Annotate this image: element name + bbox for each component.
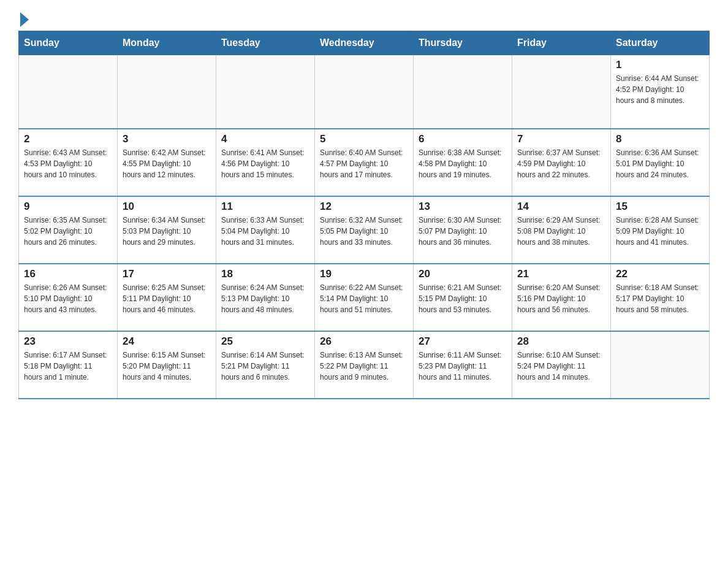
day-info: Sunrise: 6:10 AM Sunset: 5:24 PM Dayligh… xyxy=(517,350,605,383)
calendar-cell: 25Sunrise: 6:14 AM Sunset: 5:21 PM Dayli… xyxy=(216,331,315,399)
day-number: 16 xyxy=(24,268,112,280)
weekday-header-saturday: Saturday xyxy=(611,31,710,55)
calendar-cell: 24Sunrise: 6:15 AM Sunset: 5:20 PM Dayli… xyxy=(118,331,216,399)
day-info: Sunrise: 6:15 AM Sunset: 5:20 PM Dayligh… xyxy=(123,350,211,383)
calendar-cell: 11Sunrise: 6:33 AM Sunset: 5:04 PM Dayli… xyxy=(216,196,315,264)
day-number: 7 xyxy=(517,133,605,145)
day-number: 17 xyxy=(123,268,211,280)
day-number: 15 xyxy=(616,201,704,213)
calendar-cell: 5Sunrise: 6:40 AM Sunset: 4:57 PM Daylig… xyxy=(315,129,414,196)
day-number: 4 xyxy=(221,133,309,145)
page-header xyxy=(18,12,710,25)
calendar-cell: 26Sunrise: 6:13 AM Sunset: 5:22 PM Dayli… xyxy=(315,331,414,399)
day-info: Sunrise: 6:25 AM Sunset: 5:11 PM Dayligh… xyxy=(123,282,211,315)
calendar-cell xyxy=(19,55,118,129)
day-info: Sunrise: 6:21 AM Sunset: 5:15 PM Dayligh… xyxy=(419,282,507,315)
day-number: 27 xyxy=(419,335,507,348)
day-number: 18 xyxy=(221,268,309,280)
logo-arrow-icon xyxy=(20,12,29,27)
day-info: Sunrise: 6:35 AM Sunset: 5:02 PM Dayligh… xyxy=(24,215,112,248)
day-info: Sunrise: 6:11 AM Sunset: 5:23 PM Dayligh… xyxy=(419,350,507,383)
day-info: Sunrise: 6:26 AM Sunset: 5:10 PM Dayligh… xyxy=(24,282,112,315)
day-number: 10 xyxy=(123,201,211,213)
calendar-cell: 12Sunrise: 6:32 AM Sunset: 5:05 PM Dayli… xyxy=(315,196,414,264)
calendar-cell: 18Sunrise: 6:24 AM Sunset: 5:13 PM Dayli… xyxy=(216,264,315,331)
calendar-cell: 17Sunrise: 6:25 AM Sunset: 5:11 PM Dayli… xyxy=(118,264,216,331)
weekday-header-friday: Friday xyxy=(512,31,611,55)
weekday-header-thursday: Thursday xyxy=(414,31,512,55)
day-number: 6 xyxy=(419,133,507,145)
day-info: Sunrise: 6:42 AM Sunset: 4:55 PM Dayligh… xyxy=(123,147,211,180)
day-number: 11 xyxy=(221,201,309,213)
calendar-cell: 20Sunrise: 6:21 AM Sunset: 5:15 PM Dayli… xyxy=(414,264,512,331)
calendar-cell: 9Sunrise: 6:35 AM Sunset: 5:02 PM Daylig… xyxy=(19,196,118,264)
calendar-cell: 14Sunrise: 6:29 AM Sunset: 5:08 PM Dayli… xyxy=(512,196,611,264)
day-info: Sunrise: 6:37 AM Sunset: 4:59 PM Dayligh… xyxy=(517,147,605,180)
day-number: 20 xyxy=(419,268,507,280)
calendar-cell: 27Sunrise: 6:11 AM Sunset: 5:23 PM Dayli… xyxy=(414,331,512,399)
day-number: 24 xyxy=(123,335,211,348)
day-number: 19 xyxy=(320,268,408,280)
day-info: Sunrise: 6:30 AM Sunset: 5:07 PM Dayligh… xyxy=(419,215,507,248)
weekday-header-tuesday: Tuesday xyxy=(216,31,315,55)
weekday-header-sunday: Sunday xyxy=(19,31,118,55)
weekday-header-row: SundayMondayTuesdayWednesdayThursdayFrid… xyxy=(19,31,710,55)
day-info: Sunrise: 6:41 AM Sunset: 4:56 PM Dayligh… xyxy=(221,147,309,180)
calendar-cell: 19Sunrise: 6:22 AM Sunset: 5:14 PM Dayli… xyxy=(315,264,414,331)
calendar-cell xyxy=(512,55,611,129)
day-info: Sunrise: 6:13 AM Sunset: 5:22 PM Dayligh… xyxy=(320,350,408,383)
day-number: 3 xyxy=(123,133,211,145)
calendar-cell: 21Sunrise: 6:20 AM Sunset: 5:16 PM Dayli… xyxy=(512,264,611,331)
calendar-cell xyxy=(611,331,710,399)
day-number: 23 xyxy=(24,335,112,348)
day-info: Sunrise: 6:33 AM Sunset: 5:04 PM Dayligh… xyxy=(221,215,309,248)
day-info: Sunrise: 6:28 AM Sunset: 5:09 PM Dayligh… xyxy=(616,215,704,248)
day-number: 12 xyxy=(320,201,408,213)
day-number: 8 xyxy=(616,133,704,145)
calendar-week-row: 9Sunrise: 6:35 AM Sunset: 5:02 PM Daylig… xyxy=(19,196,710,264)
day-info: Sunrise: 6:22 AM Sunset: 5:14 PM Dayligh… xyxy=(320,282,408,315)
calendar-cell xyxy=(118,55,216,129)
calendar-cell: 15Sunrise: 6:28 AM Sunset: 5:09 PM Dayli… xyxy=(611,196,710,264)
calendar-cell: 23Sunrise: 6:17 AM Sunset: 5:18 PM Dayli… xyxy=(19,331,118,399)
day-number: 26 xyxy=(320,335,408,348)
calendar-cell: 16Sunrise: 6:26 AM Sunset: 5:10 PM Dayli… xyxy=(19,264,118,331)
day-number: 13 xyxy=(419,201,507,213)
logo xyxy=(18,12,29,25)
day-number: 25 xyxy=(221,335,309,348)
day-info: Sunrise: 6:14 AM Sunset: 5:21 PM Dayligh… xyxy=(221,350,309,383)
day-info: Sunrise: 6:44 AM Sunset: 4:52 PM Dayligh… xyxy=(616,73,704,106)
day-number: 14 xyxy=(517,201,605,213)
calendar-table: SundayMondayTuesdayWednesdayThursdayFrid… xyxy=(18,31,710,399)
calendar-cell xyxy=(414,55,512,129)
calendar-cell: 28Sunrise: 6:10 AM Sunset: 5:24 PM Dayli… xyxy=(512,331,611,399)
day-info: Sunrise: 6:18 AM Sunset: 5:17 PM Dayligh… xyxy=(616,282,704,315)
weekday-header-monday: Monday xyxy=(118,31,216,55)
day-info: Sunrise: 6:20 AM Sunset: 5:16 PM Dayligh… xyxy=(517,282,605,315)
calendar-cell: 1Sunrise: 6:44 AM Sunset: 4:52 PM Daylig… xyxy=(611,55,710,129)
day-info: Sunrise: 6:36 AM Sunset: 5:01 PM Dayligh… xyxy=(616,147,704,180)
weekday-header-wednesday: Wednesday xyxy=(315,31,414,55)
calendar-week-row: 16Sunrise: 6:26 AM Sunset: 5:10 PM Dayli… xyxy=(19,264,710,331)
calendar-cell: 22Sunrise: 6:18 AM Sunset: 5:17 PM Dayli… xyxy=(611,264,710,331)
day-info: Sunrise: 6:38 AM Sunset: 4:58 PM Dayligh… xyxy=(419,147,507,180)
calendar-week-row: 2Sunrise: 6:43 AM Sunset: 4:53 PM Daylig… xyxy=(19,129,710,196)
calendar-cell: 7Sunrise: 6:37 AM Sunset: 4:59 PM Daylig… xyxy=(512,129,611,196)
day-info: Sunrise: 6:34 AM Sunset: 5:03 PM Dayligh… xyxy=(123,215,211,248)
day-info: Sunrise: 6:40 AM Sunset: 4:57 PM Dayligh… xyxy=(320,147,408,180)
day-number: 22 xyxy=(616,268,704,280)
day-info: Sunrise: 6:29 AM Sunset: 5:08 PM Dayligh… xyxy=(517,215,605,248)
calendar-cell: 3Sunrise: 6:42 AM Sunset: 4:55 PM Daylig… xyxy=(118,129,216,196)
calendar-cell: 2Sunrise: 6:43 AM Sunset: 4:53 PM Daylig… xyxy=(19,129,118,196)
day-number: 2 xyxy=(24,133,112,145)
calendar-cell: 10Sunrise: 6:34 AM Sunset: 5:03 PM Dayli… xyxy=(118,196,216,264)
calendar-cell xyxy=(315,55,414,129)
calendar-cell: 6Sunrise: 6:38 AM Sunset: 4:58 PM Daylig… xyxy=(414,129,512,196)
calendar-cell: 13Sunrise: 6:30 AM Sunset: 5:07 PM Dayli… xyxy=(414,196,512,264)
day-number: 21 xyxy=(517,268,605,280)
day-info: Sunrise: 6:24 AM Sunset: 5:13 PM Dayligh… xyxy=(221,282,309,315)
day-info: Sunrise: 6:43 AM Sunset: 4:53 PM Dayligh… xyxy=(24,147,112,180)
day-info: Sunrise: 6:17 AM Sunset: 5:18 PM Dayligh… xyxy=(24,350,112,383)
calendar-cell: 4Sunrise: 6:41 AM Sunset: 4:56 PM Daylig… xyxy=(216,129,315,196)
day-number: 9 xyxy=(24,201,112,213)
